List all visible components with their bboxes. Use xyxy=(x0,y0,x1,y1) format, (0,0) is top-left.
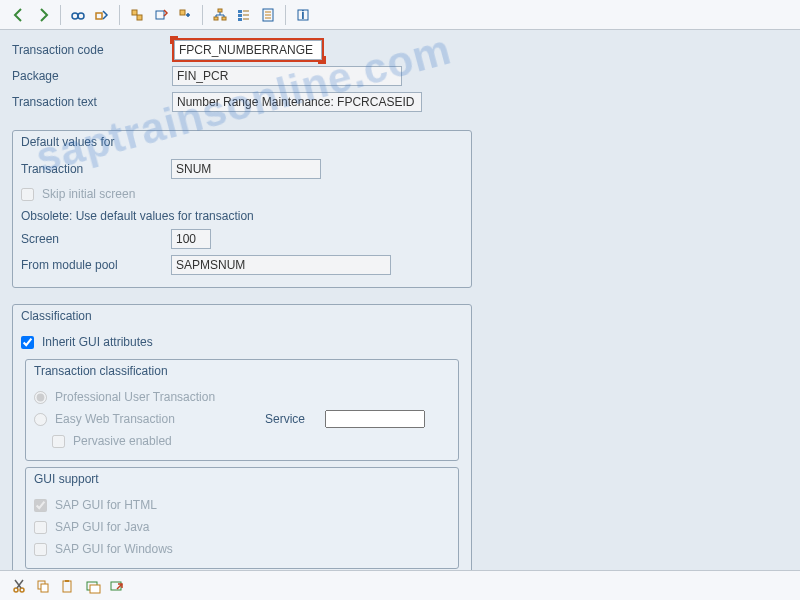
svg-rect-19 xyxy=(41,584,48,592)
info-icon[interactable]: i xyxy=(292,4,314,26)
cut-icon[interactable] xyxy=(8,575,30,597)
transaction-text-input[interactable] xyxy=(172,92,422,112)
svg-rect-11 xyxy=(238,14,242,17)
gui-html-label: SAP GUI for HTML xyxy=(55,498,157,512)
svg-point-0 xyxy=(72,13,78,19)
svg-point-17 xyxy=(20,588,24,592)
copy-icon[interactable] xyxy=(32,575,54,597)
main-content: Transaction code Package Transaction tex… xyxy=(0,30,800,570)
svg-rect-20 xyxy=(63,581,71,592)
check-icon[interactable] xyxy=(150,4,172,26)
easy-web-label: Easy Web Transaction xyxy=(55,412,265,426)
from-module-pool-input[interactable] xyxy=(171,255,391,275)
svg-rect-21 xyxy=(65,580,69,582)
activate-icon[interactable] xyxy=(174,4,196,26)
svg-rect-23 xyxy=(90,585,100,593)
from-module-pool-label: From module pool xyxy=(21,258,171,272)
paste-icon[interactable] xyxy=(56,575,78,597)
svg-rect-2 xyxy=(96,13,102,19)
transaction-input[interactable] xyxy=(171,159,321,179)
other-object-icon[interactable] xyxy=(126,4,148,26)
toolbar-separator xyxy=(119,5,120,25)
session-icon[interactable] xyxy=(82,575,104,597)
hierarchy-icon[interactable] xyxy=(209,4,231,26)
classification-title: Classification xyxy=(13,305,471,327)
transaction-label: Transaction xyxy=(21,162,171,176)
transaction-classification-groupbox: Transaction classification Professional … xyxy=(25,359,459,461)
package-input[interactable] xyxy=(172,66,402,86)
service-label: Service xyxy=(265,412,325,426)
display-change-icon[interactable] xyxy=(91,4,113,26)
toolbar-separator xyxy=(285,5,286,25)
back-icon[interactable] xyxy=(8,4,30,26)
bottom-toolbar xyxy=(0,570,800,600)
skip-initial-label: Skip initial screen xyxy=(42,187,135,201)
toolbar-separator xyxy=(60,5,61,25)
inherit-gui-label: Inherit GUI attributes xyxy=(42,335,153,349)
pervasive-label: Pervasive enabled xyxy=(73,434,172,448)
inherit-gui-checkbox[interactable] xyxy=(21,336,34,349)
svg-text:i: i xyxy=(301,8,304,22)
gui-support-groupbox: GUI support SAP GUI for HTML SAP GUI for… xyxy=(25,467,459,569)
pervasive-checkbox xyxy=(52,435,65,448)
gui-windows-label: SAP GUI for Windows xyxy=(55,542,173,556)
svg-rect-9 xyxy=(222,17,226,20)
gui-java-label: SAP GUI for Java xyxy=(55,520,149,534)
screen-label: Screen xyxy=(21,232,171,246)
top-toolbar: i xyxy=(0,0,800,30)
default-values-groupbox: Default values for Transaction Skip init… xyxy=(12,130,472,288)
svg-point-16 xyxy=(14,588,18,592)
where-used-icon[interactable] xyxy=(233,4,255,26)
easy-web-radio xyxy=(34,413,47,426)
gui-support-title: GUI support xyxy=(26,468,458,490)
professional-label: Professional User Transaction xyxy=(55,390,215,404)
shortcut-icon[interactable] xyxy=(106,575,128,597)
package-label: Package xyxy=(12,69,172,83)
screen-input[interactable] xyxy=(171,229,211,249)
transaction-code-label: Transaction code xyxy=(12,43,172,57)
svg-rect-12 xyxy=(238,18,242,21)
gui-java-checkbox xyxy=(34,521,47,534)
svg-rect-6 xyxy=(180,10,185,15)
gui-html-checkbox xyxy=(34,499,47,512)
professional-radio xyxy=(34,391,47,404)
transaction-code-input[interactable] xyxy=(174,40,322,60)
service-input xyxy=(325,410,425,428)
svg-rect-4 xyxy=(137,15,142,20)
transaction-text-label: Transaction text xyxy=(12,95,172,109)
svg-rect-10 xyxy=(238,10,242,13)
svg-rect-7 xyxy=(218,9,222,12)
svg-rect-5 xyxy=(156,11,164,19)
toolbar-separator xyxy=(202,5,203,25)
forward-icon[interactable] xyxy=(32,4,54,26)
svg-rect-8 xyxy=(214,17,218,20)
svg-rect-3 xyxy=(132,10,137,15)
transaction-classification-title: Transaction classification xyxy=(26,360,458,382)
skip-initial-checkbox xyxy=(21,188,34,201)
obsolete-note: Obsolete: Use default values for transac… xyxy=(21,205,463,227)
gui-windows-checkbox xyxy=(34,543,47,556)
glasses-icon[interactable] xyxy=(67,4,89,26)
classification-groupbox: Classification Inherit GUI attributes Tr… xyxy=(12,304,472,570)
default-values-title: Default values for xyxy=(13,131,471,153)
object-list-icon[interactable] xyxy=(257,4,279,26)
transaction-code-highlight xyxy=(172,38,324,62)
svg-point-1 xyxy=(78,13,84,19)
